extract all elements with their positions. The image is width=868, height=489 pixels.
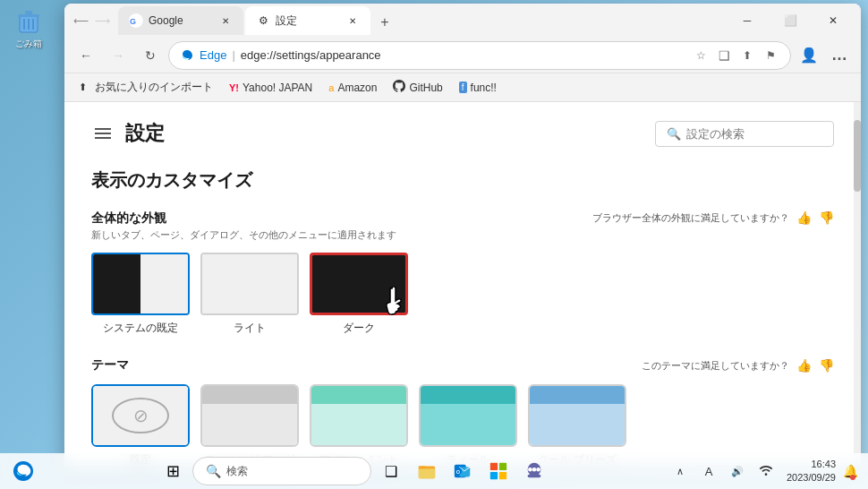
address-bar[interactable]: Edge | edge://settings/appearance ☆ ❑ ⬆ … <box>168 41 791 70</box>
refresh-button[interactable]: ↻ <box>136 41 165 70</box>
chat-icon <box>524 461 544 481</box>
address-collection-icon[interactable]: ❑ <box>715 47 733 64</box>
clock-date: 2023/09/29 <box>782 471 836 485</box>
address-feedback-icon[interactable]: ⚑ <box>762 47 779 64</box>
store-taskbar-btn[interactable] <box>482 455 515 487</box>
tab-bar: G Google ✕ ⚙ 設定 ✕ + <box>118 6 723 35</box>
bookmark-yahoo-label: Yahoo! JAPAN <box>243 82 312 94</box>
outlook-taskbar-btn[interactable]: O <box>447 455 479 487</box>
settings-search-input[interactable] <box>686 127 837 141</box>
keyboard-icon-btn[interactable]: A <box>696 455 721 487</box>
overall-thumbs-down[interactable]: 👎 <box>819 210 834 225</box>
address-separator: | <box>232 48 234 62</box>
bookmark-yahoo[interactable]: Y! Yahoo! JAPAN <box>222 80 319 96</box>
edge-icon <box>13 461 33 481</box>
minimize-button[interactable]: ─ <box>727 6 768 35</box>
bookmark-github[interactable]: GitHub <box>386 78 449 97</box>
hamburger-menu[interactable] <box>91 124 115 142</box>
edge-taskbar-icon[interactable] <box>7 455 39 487</box>
svg-text:O: O <box>456 469 461 475</box>
chat-taskbar-btn[interactable] <box>518 455 550 487</box>
tab-google-close[interactable]: ✕ <box>218 13 233 28</box>
bookmark-import-icon: ⬆ <box>79 82 91 94</box>
volume-icon-btn[interactable]: 🔊 <box>725 455 750 487</box>
scrollbar-thumb[interactable] <box>854 120 861 192</box>
theme-feedback-question: このテーマに満足していますか？ <box>642 359 789 373</box>
settings-main: 設定 🔍 表示のカスタマイズ 全体的な外観 新しいタブ、ページ、ダイアログ、その… <box>64 102 861 466</box>
browser-forward-icon[interactable]: ⟶ <box>93 12 111 30</box>
taskbar-search-text: 検索 <box>226 464 248 479</box>
browser-back-icon[interactable]: ⟵ <box>72 12 89 30</box>
taskbar-left <box>7 455 39 487</box>
tab-settings[interactable]: ⚙ 設定 ✕ <box>245 6 370 35</box>
theme-preview-dark <box>310 253 408 315</box>
theme-thumbs-down[interactable]: 👎 <box>819 358 834 373</box>
bookmark-amazon-icon: a <box>328 82 334 93</box>
start-icon: ⊞ <box>166 461 180 481</box>
settings-title: 設定 <box>125 120 165 147</box>
tab-google[interactable]: G Google ✕ <box>118 6 243 35</box>
notification-button[interactable]: 🔔 <box>839 455 861 487</box>
theme-default-preview: ⊘ <box>91 384 190 447</box>
settings-search-bar[interactable]: 🔍 <box>655 121 834 147</box>
theme-system-label: システムの既定 <box>103 321 178 336</box>
task-view-icon: ❑ <box>385 463 397 480</box>
taskbar-search-icon: 🔍 <box>206 464 221 478</box>
start-button[interactable]: ⊞ <box>157 455 189 487</box>
scrollbar-track[interactable] <box>854 102 861 466</box>
address-text: edge://settings/appearance <box>241 48 686 62</box>
bookmark-import[interactable]: ⬆ お気に入りのインポート <box>72 78 220 97</box>
address-star-icon[interactable]: ☆ <box>692 47 710 64</box>
theme-section-title: テーマ <box>91 357 129 373</box>
taskbar-right: ∧ A 🔊 16:43 2023/09/29 🔔 <box>668 455 861 487</box>
bookmark-github-icon <box>393 80 405 95</box>
forward-button[interactable]: → <box>104 41 132 70</box>
theme-dark-label: ダーク <box>343 321 375 336</box>
svg-rect-1 <box>18 14 39 17</box>
explorer-taskbar-btn[interactable] <box>411 455 443 487</box>
tray-up-button[interactable]: ∧ <box>668 455 693 487</box>
maximize-button[interactable]: ⬜ <box>770 6 811 35</box>
svg-point-20 <box>528 468 532 472</box>
settings-header: 設定 🔍 <box>91 120 834 147</box>
outlook-icon: O <box>453 461 472 481</box>
svg-rect-10 <box>419 468 435 478</box>
address-share-icon[interactable]: ⬆ <box>738 47 756 64</box>
overall-thumbs-up[interactable]: 👍 <box>796 210 812 225</box>
bookmark-func[interactable]: f func!! <box>452 80 504 96</box>
back-button[interactable]: ← <box>72 41 100 70</box>
title-bar: ⟵ ⟶ G Google ✕ ⚙ 設定 ✕ + <box>64 4 861 38</box>
bookmark-amazon-label: Amazon <box>337 82 377 94</box>
theme-section-header: テーマ このテーマに満足していますか？ 👍 👎 <box>91 357 834 373</box>
theme-thumbs-up[interactable]: 👍 <box>796 358 812 373</box>
tab-settings-label: 設定 <box>276 13 340 29</box>
recycle-bin-icon <box>14 7 43 36</box>
profile-button[interactable]: 👤 <box>795 41 823 70</box>
new-tab-button[interactable]: + <box>372 10 397 35</box>
task-view-button[interactable]: ❑ <box>375 455 407 487</box>
svg-rect-23 <box>528 475 541 478</box>
svg-rect-18 <box>499 472 506 479</box>
bookmark-amazon[interactable]: a Amazon <box>321 80 384 96</box>
theme-preview-light <box>200 253 299 315</box>
bookmark-import-label: お気に入りのインポート <box>95 80 213 95</box>
close-button[interactable]: ✕ <box>813 6 854 35</box>
explorer-icon <box>417 461 437 481</box>
theme-option-light[interactable]: ライト <box>200 253 299 336</box>
taskbar-search[interactable]: 🔍 検索 <box>192 457 371 485</box>
tab-settings-close[interactable]: ✕ <box>345 13 360 28</box>
store-icon <box>489 461 508 481</box>
network-icon-btn[interactable] <box>753 455 779 487</box>
desktop-recycle-bin[interactable]: ごみ箱 <box>7 7 50 50</box>
theme-option-system[interactable]: システムの既定 <box>91 253 190 336</box>
bookmark-yahoo-icon: Y! <box>229 82 239 93</box>
settings-content: 設定 🔍 表示のカスタマイズ 全体的な外観 新しいタブ、ページ、ダイアログ、その… <box>64 102 861 466</box>
clock-display[interactable]: 16:43 2023/09/29 <box>782 458 836 485</box>
theme-feedback: このテーマに満足していますか？ 👍 👎 <box>642 358 834 373</box>
svg-rect-17 <box>490 472 498 479</box>
theme-option-dark[interactable]: ダーク <box>310 253 408 336</box>
bookmark-github-label: GitHub <box>409 82 442 94</box>
tab-google-label: Google <box>149 14 213 27</box>
more-button[interactable]: … <box>825 41 854 70</box>
svg-text:G: G <box>130 17 136 26</box>
